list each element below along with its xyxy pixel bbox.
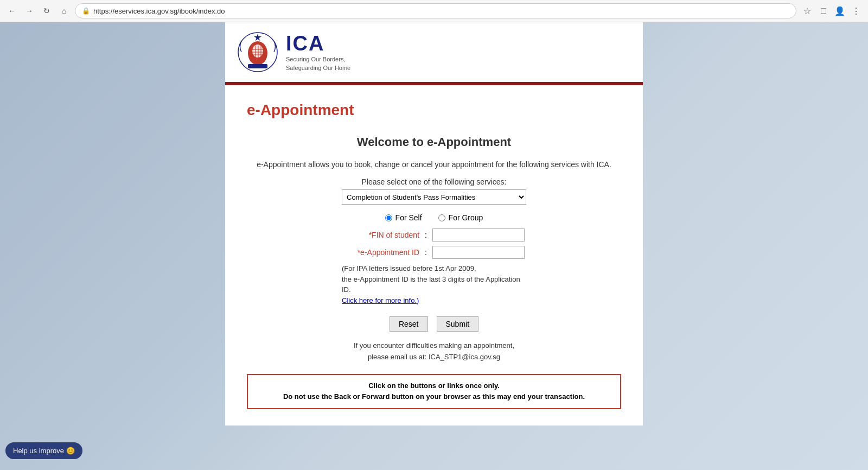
page-wrapper: ICA Securing Our Borders, Safeguarding O…	[225, 22, 643, 425]
click-here-link[interactable]: Click here for more info.)	[342, 296, 419, 304]
contact-text: If you encounter difficulties making an …	[247, 340, 621, 363]
fin-label: *FIN of student	[343, 231, 419, 239]
fin-row: *FIN of student :	[247, 228, 621, 242]
fin-input[interactable]	[432, 228, 525, 242]
welcome-heading: Welcome to e-Appointment	[247, 135, 621, 149]
svg-point-2	[252, 45, 263, 58]
extensions-button[interactable]: □	[817, 4, 830, 17]
warning-line1: Click on the buttons or links once only.	[368, 382, 500, 390]
warning-line2: Do not use the Back or Forward button on…	[283, 392, 585, 401]
warning-text: Click on the buttons or links once only.…	[253, 380, 615, 403]
contact-line1: If you encounter difficulties making an …	[354, 341, 514, 350]
svg-rect-10	[248, 64, 267, 68]
radio-self-input[interactable]	[385, 214, 392, 221]
ica-text: ICA Securing Our Borders, Safeguarding O…	[286, 32, 350, 72]
logo-area: ICA Securing Our Borders, Safeguarding O…	[236, 30, 632, 74]
profile-button[interactable]: 👤	[833, 4, 846, 17]
menu-button[interactable]: ⋮	[850, 4, 863, 17]
select-label: Please select one of the following servi…	[247, 177, 621, 186]
appointment-id-label: *e-Appointment ID	[343, 248, 419, 257]
page-title: e-Appointment	[247, 101, 621, 119]
button-row: Reset Submit	[247, 316, 621, 332]
ipa-note-line2: the e-Appointment ID is the last 3 digit…	[342, 275, 520, 294]
ipa-note-block: (For IPA letters issued before 1st Apr 2…	[342, 263, 526, 306]
bookmark-button[interactable]: ☆	[801, 4, 814, 17]
fin-colon: :	[425, 231, 427, 239]
submit-button[interactable]: Submit	[437, 316, 479, 332]
svg-marker-9	[254, 34, 261, 41]
url-text: https://eservices.ica.gov.sg/ibook/index…	[93, 7, 225, 15]
reset-button[interactable]: Reset	[390, 316, 428, 332]
ica-logo	[236, 30, 279, 74]
address-bar[interactable]: 🔒 https://eservices.ica.gov.sg/ibook/ind…	[75, 3, 796, 18]
home-button[interactable]: ⌂	[58, 4, 71, 17]
radio-group-input[interactable]	[438, 214, 445, 221]
warning-box: Click on the buttons or links once only.…	[247, 374, 621, 410]
contact-line2: please email us at: ICA_STP1@ica.gov.sg	[368, 353, 500, 361]
radio-for-self[interactable]: For Self	[385, 213, 422, 222]
page-header: ICA Securing Our Borders, Safeguarding O…	[225, 22, 643, 85]
browser-chrome: ← → ↻ ⌂ 🔒 https://eservices.ica.gov.sg/i…	[0, 0, 868, 22]
forward-button[interactable]: →	[23, 4, 36, 17]
intro-text: e-Appointment allows you to book, change…	[247, 160, 621, 169]
welcome-section: Welcome to e-Appointment e-Appointment a…	[247, 135, 621, 363]
ica-name: ICA	[286, 32, 350, 55]
back-button[interactable]: ←	[5, 4, 18, 17]
radio-for-group[interactable]: For Group	[438, 213, 483, 222]
content-area: e-Appointment Welcome to e-Appointment e…	[225, 85, 643, 425]
appointment-colon: :	[425, 248, 427, 257]
ipa-note-line1: (For IPA letters issued before 1st Apr 2…	[342, 264, 476, 272]
help-improve-label: Help us improve 😊	[13, 447, 75, 455]
ica-tagline: Securing Our Borders, Safeguarding Our H…	[286, 55, 350, 72]
reload-button[interactable]: ↻	[40, 4, 53, 17]
appointment-id-input[interactable]	[432, 246, 525, 259]
radio-group: For Self For Group	[247, 213, 621, 222]
help-improve-button[interactable]: Help us improve 😊	[5, 442, 82, 459]
service-select[interactable]: Completion of Student's Pass Formalities…	[342, 189, 526, 205]
appointment-id-row: *e-Appointment ID :	[247, 246, 621, 259]
